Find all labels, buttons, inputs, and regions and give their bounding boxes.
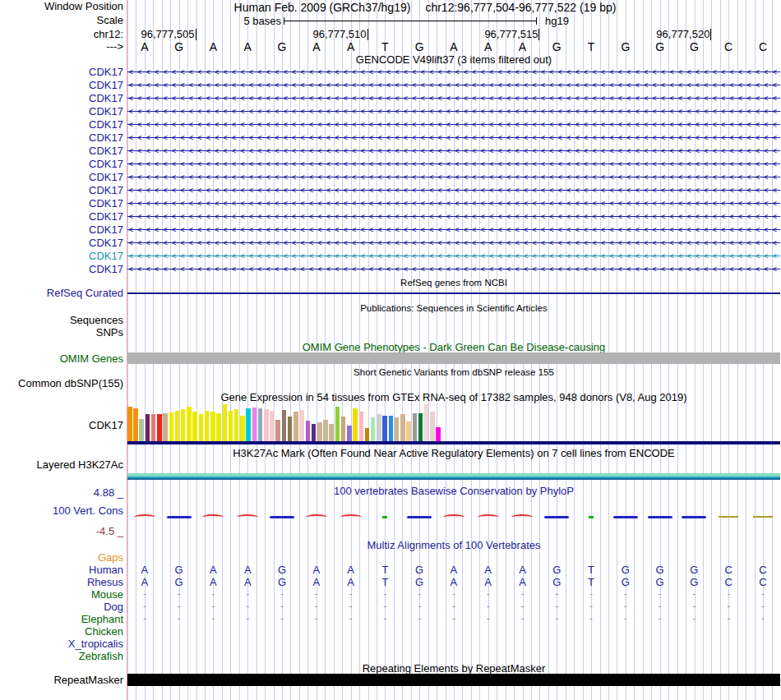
gtex-tissue-bar[interactable] <box>353 408 358 441</box>
gtex-tissue-bar[interactable] <box>406 421 411 441</box>
gtex-tissue-bar[interactable] <box>430 412 435 441</box>
gtex-tissue-bar[interactable] <box>299 410 304 441</box>
gtex-gene-label[interactable]: CDK17 <box>89 420 123 431</box>
gene-label[interactable]: CDK17 <box>89 159 123 170</box>
gene-label[interactable]: CDK17 <box>89 185 123 196</box>
multiz-row-human[interactable]: HumanAGAAGAATGAAAGTGGGCC <box>0 564 781 576</box>
gtex-tissue-bar[interactable] <box>210 412 215 441</box>
gtex-tissue-bar[interactable] <box>127 407 132 441</box>
gtex-tissue-bar[interactable] <box>424 404 429 441</box>
dbsnp-label[interactable]: Common dbSNP(155) <box>18 378 123 389</box>
gtex-tissue-bar[interactable] <box>323 420 328 441</box>
gene-transcript[interactable]: <<<<<<<<<<<<<<<<<<<<<<<<<<<<<<<<<<<<<<<<… <box>127 263 780 276</box>
gene-label[interactable]: CDK17 <box>89 93 123 104</box>
gtex-tissue-bar[interactable] <box>400 414 405 441</box>
multiz-row-gaps[interactable]: Gaps <box>0 551 781 564</box>
gtex-tissue-bar[interactable] <box>382 416 387 441</box>
gtex-tissue-bar[interactable] <box>229 411 233 441</box>
gene-label[interactable]: CDK17 <box>89 172 123 183</box>
multiz-row-zebrafish[interactable]: Zebrafish <box>0 650 781 662</box>
gene-label[interactable]: CDK17 <box>89 198 123 210</box>
gene-row[interactable]: CDK17<<<<<<<<<<<<<<<<<<<<<<<<<<<<<<<<<<<… <box>0 263 781 276</box>
gtex-tissue-bar[interactable] <box>175 411 180 441</box>
gtex-tissue-bar[interactable] <box>395 417 400 441</box>
species-label[interactable]: Elephant <box>81 613 123 625</box>
gtex-tissue-bar[interactable] <box>365 428 370 441</box>
gene-label[interactable]: CDK17 <box>89 264 123 275</box>
gene-transcript[interactable]: <<<<<<<<<<<<<<<<<<<<<<<<<<<<<<<<<<<<<<<<… <box>127 210 780 223</box>
gtex-tissue-bar[interactable] <box>293 412 298 441</box>
gtex-tissue-bar[interactable] <box>199 414 204 441</box>
gtex-tissue-bar[interactable] <box>234 409 239 441</box>
gene-label[interactable]: CDK17 <box>89 224 123 236</box>
multiz-row-rhesus[interactable]: RhesusAGAAGAATGAAAGTGGGCC <box>0 576 781 588</box>
gene-transcript[interactable]: <<<<<<<<<<<<<<<<<<<<<<<<<<<<<<<<<<<<<<<<… <box>127 250 780 263</box>
gtex-tissue-bar[interactable] <box>146 414 150 441</box>
multiz-row-mouse[interactable]: Mouse------------------- <box>0 588 781 601</box>
gene-label[interactable]: CDK17 <box>89 106 123 117</box>
gene-transcript[interactable]: <<<<<<<<<<<<<<<<<<<<<<<<<<<<<<<<<<<<<<<<… <box>127 237 780 250</box>
gene-transcript[interactable]: <<<<<<<<<<<<<<<<<<<<<<<<<<<<<<<<<<<<<<<<… <box>127 197 780 210</box>
repeatmasker-label[interactable]: RepeatMasker <box>53 675 123 686</box>
gtex-tissue-bar[interactable] <box>133 408 138 441</box>
gtex-tissue-bar[interactable] <box>359 412 364 441</box>
gene-transcript[interactable]: <<<<<<<<<<<<<<<<<<<<<<<<<<<<<<<<<<<<<<<<… <box>127 171 780 184</box>
gtex-tissue-bar[interactable] <box>329 424 334 441</box>
refseq-gene-line[interactable] <box>127 292 780 294</box>
gene-transcript[interactable]: <<<<<<<<<<<<<<<<<<<<<<<<<<<<<<<<<<<<<<<<… <box>127 105 780 118</box>
gene-transcript[interactable]: <<<<<<<<<<<<<<<<<<<<<<<<<<<<<<<<<<<<<<<<… <box>127 118 780 131</box>
gtex-tissue-bar[interactable] <box>335 407 340 441</box>
phylop-track-label[interactable]: 100 Vert. Cons <box>53 505 123 517</box>
gene-label[interactable]: CDK17 <box>89 211 123 223</box>
gene-label[interactable]: CDK17 <box>89 80 123 91</box>
h3k27ac-signal-band-dark[interactable] <box>127 478 780 480</box>
gtex-tissue-bar[interactable] <box>169 412 174 441</box>
gene-row[interactable]: CDK17<<<<<<<<<<<<<<<<<<<<<<<<<<<<<<<<<<<… <box>0 66 781 79</box>
species-label[interactable]: Mouse <box>91 588 123 601</box>
gene-label[interactable]: CDK17 <box>89 145 123 157</box>
gtex-tissue-bar[interactable] <box>306 421 311 441</box>
gene-label[interactable]: CDK17 <box>89 67 123 78</box>
gene-row[interactable]: CDK17<<<<<<<<<<<<<<<<<<<<<<<<<<<<<<<<<<<… <box>0 158 781 171</box>
gtex-tissue-bar[interactable] <box>341 417 346 441</box>
repeatmasker-element-bar[interactable] <box>127 674 780 686</box>
gtex-tissue-bar[interactable] <box>216 413 221 441</box>
gene-row[interactable]: CDK17<<<<<<<<<<<<<<<<<<<<<<<<<<<<<<<<<<<… <box>0 197 781 210</box>
gtex-tissue-bar[interactable] <box>139 419 144 441</box>
gene-label[interactable]: CDK17 <box>89 119 123 131</box>
gtex-tissue-bar[interactable] <box>436 427 441 441</box>
gtex-tissue-bar[interactable] <box>223 404 228 441</box>
species-label[interactable]: Rhesus <box>87 576 123 588</box>
gtex-tissue-bar[interactable] <box>413 413 418 441</box>
gtex-tissue-bar[interactable] <box>258 408 263 441</box>
gene-row[interactable]: CDK17<<<<<<<<<<<<<<<<<<<<<<<<<<<<<<<<<<<… <box>0 250 781 263</box>
gtex-tissue-bar[interactable] <box>163 413 168 441</box>
gene-label[interactable]: CDK17 <box>89 132 123 144</box>
gene-row[interactable]: CDK17<<<<<<<<<<<<<<<<<<<<<<<<<<<<<<<<<<<… <box>0 171 781 184</box>
refseq-curated-label[interactable]: RefSeq Curated <box>47 288 123 299</box>
gene-transcript[interactable]: <<<<<<<<<<<<<<<<<<<<<<<<<<<<<<<<<<<<<<<<… <box>127 184 780 197</box>
multiz-row-dog[interactable]: Dog------------------- <box>0 601 781 613</box>
gtex-tissue-bar[interactable] <box>246 408 251 441</box>
species-label[interactable]: X_tropicalis <box>68 638 123 650</box>
gtex-tissue-bar[interactable] <box>377 414 381 441</box>
gene-transcript[interactable]: <<<<<<<<<<<<<<<<<<<<<<<<<<<<<<<<<<<<<<<<… <box>127 131 780 145</box>
gene-row[interactable]: CDK17<<<<<<<<<<<<<<<<<<<<<<<<<<<<<<<<<<<… <box>0 145 781 158</box>
gene-transcript[interactable]: <<<<<<<<<<<<<<<<<<<<<<<<<<<<<<<<<<<<<<<<… <box>127 145 780 158</box>
gene-row[interactable]: CDK17<<<<<<<<<<<<<<<<<<<<<<<<<<<<<<<<<<<… <box>0 210 781 223</box>
gtex-expression-bars[interactable] <box>127 404 780 441</box>
gtex-tissue-bar[interactable] <box>192 412 197 441</box>
gene-row[interactable]: CDK17<<<<<<<<<<<<<<<<<<<<<<<<<<<<<<<<<<<… <box>0 105 781 118</box>
gene-row[interactable]: CDK17<<<<<<<<<<<<<<<<<<<<<<<<<<<<<<<<<<<… <box>0 118 781 131</box>
multiz-row-elephant[interactable]: Elephant------------------- <box>0 613 781 625</box>
gtex-tissue-bar[interactable] <box>282 410 287 441</box>
gene-row[interactable]: CDK17<<<<<<<<<<<<<<<<<<<<<<<<<<<<<<<<<<<… <box>0 131 781 145</box>
gtex-tissue-bar[interactable] <box>252 408 257 441</box>
gene-row[interactable]: CDK17<<<<<<<<<<<<<<<<<<<<<<<<<<<<<<<<<<<… <box>0 92 781 105</box>
gtex-tissue-bar[interactable] <box>181 409 186 441</box>
snps-label[interactable]: SNPs <box>96 327 123 338</box>
gtex-tissue-bar[interactable] <box>240 416 245 441</box>
gene-transcript[interactable]: <<<<<<<<<<<<<<<<<<<<<<<<<<<<<<<<<<<<<<<<… <box>127 92 780 105</box>
gene-label[interactable]: CDK17 <box>89 251 123 262</box>
gene-row[interactable]: CDK17<<<<<<<<<<<<<<<<<<<<<<<<<<<<<<<<<<<… <box>0 237 781 250</box>
